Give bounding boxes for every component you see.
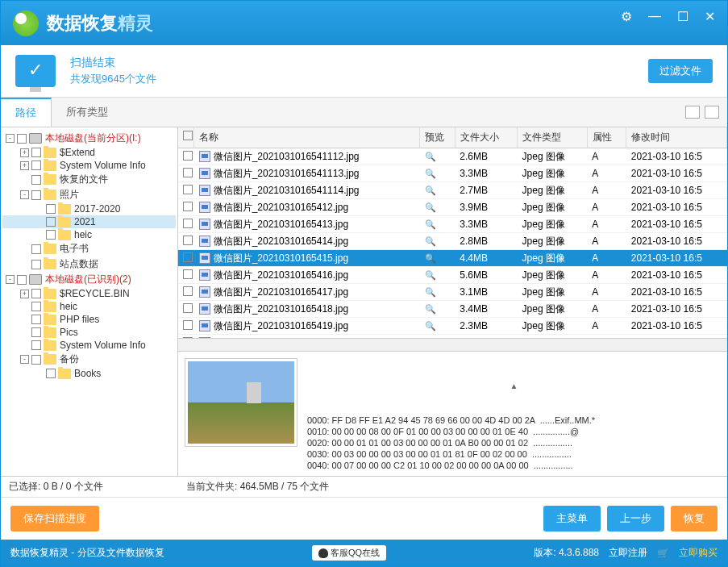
col-name[interactable]: 名称 — [194, 127, 420, 148]
expander-icon[interactable]: - — [6, 275, 15, 284]
checkbox[interactable] — [31, 355, 41, 365]
magnifier-icon[interactable]: 🔍 — [425, 152, 436, 161]
tree-node[interactable]: 恢复的文件 — [2, 172, 176, 187]
col-attr[interactable]: 属性 — [588, 127, 626, 148]
checkbox[interactable] — [183, 151, 193, 161]
expander-icon[interactable]: - — [20, 190, 29, 199]
checkbox[interactable] — [183, 303, 193, 313]
tab-all-types[interactable]: 所有类型 — [52, 98, 123, 126]
file-row[interactable]: 微信图片_2021031016541114.jpg🔍2.7MBJpeg 图像A2… — [178, 182, 727, 199]
file-row[interactable]: 微信图片_2021031016541113.jpg🔍3.3MBJpeg 图像A2… — [178, 165, 727, 182]
expander-icon[interactable]: - — [6, 134, 15, 143]
tree-node[interactable]: -备份 — [2, 352, 176, 367]
tree-node[interactable]: 2017-2020 — [2, 202, 176, 215]
file-row[interactable]: 微信图片_20210310165419.jpg🔍2.3MBJpeg 图像A202… — [178, 318, 727, 335]
filter-files-button[interactable]: 过滤文件 — [648, 59, 713, 83]
checkbox[interactable] — [17, 275, 27, 285]
tree-node[interactable]: -本地磁盘(已识别)(2) — [2, 272, 176, 287]
file-row[interactable]: 微信图片_20210310165415.jpg🔍4.4MBJpeg 图像A202… — [178, 250, 727, 267]
recover-button[interactable]: 恢复 — [671, 506, 718, 532]
register-link[interactable]: 立即注册 — [609, 546, 647, 560]
checkbox[interactable] — [183, 168, 193, 177]
magnifier-icon[interactable]: 🔍 — [425, 321, 436, 331]
buy-now-link[interactable]: 立即购买 — [679, 546, 718, 560]
main-menu-button[interactable]: 主菜单 — [543, 506, 601, 532]
checkbox[interactable] — [31, 148, 41, 157]
tree-node[interactable]: -本地磁盘(当前分区)(I:) — [2, 131, 176, 146]
tree-node[interactable]: Pics — [2, 326, 176, 339]
checkbox[interactable] — [46, 230, 56, 240]
checkbox[interactable] — [183, 320, 193, 330]
collapse-up-icon[interactable]: ▲ — [307, 381, 721, 392]
checkbox[interactable] — [46, 204, 56, 214]
expander-icon[interactable]: - — [20, 355, 29, 364]
magnifier-icon[interactable]: 🔍 — [425, 287, 436, 297]
tree-node[interactable]: heic — [2, 300, 176, 313]
checkbox[interactable] — [31, 190, 41, 200]
checkbox[interactable] — [183, 286, 193, 296]
tree-node[interactable]: PHP files — [2, 313, 176, 326]
col-type[interactable]: 文件类型 — [518, 127, 588, 148]
checkbox[interactable] — [31, 327, 41, 337]
checkbox[interactable] — [183, 219, 193, 228]
checkbox[interactable] — [31, 244, 41, 254]
checkbox[interactable] — [183, 185, 193, 194]
file-row[interactable]: 微信图片_2021031016541112.jpg🔍2.6MBJpeg 图像A2… — [178, 148, 727, 165]
col-size[interactable]: 文件大小 — [456, 127, 518, 148]
save-progress-button[interactable]: 保存扫描进度 — [10, 506, 99, 532]
tree-node[interactable]: System Volume Info — [2, 339, 176, 352]
folder-tree[interactable]: -本地磁盘(当前分区)(I:)+$Extend+System Volume In… — [1, 127, 178, 476]
checkbox[interactable] — [183, 252, 193, 262]
checkbox[interactable] — [31, 175, 41, 185]
titlebar[interactable]: 数据恢复精灵 ⚙ — ☐ ✕ — [1, 1, 727, 45]
magnifier-icon[interactable]: 🔍 — [425, 270, 436, 280]
col-check[interactable] — [178, 127, 194, 148]
tree-node[interactable]: Books — [2, 367, 176, 380]
tree-node[interactable]: +$RECYCLE.BIN — [2, 287, 176, 300]
magnifier-icon[interactable]: 🔍 — [425, 169, 436, 178]
magnifier-icon[interactable]: 🔍 — [425, 304, 436, 314]
checkbox[interactable] — [183, 202, 193, 211]
checkbox[interactable] — [46, 369, 56, 378]
expander-icon[interactable]: + — [20, 161, 29, 170]
file-list[interactable]: 微信图片_2021031016541112.jpg🔍2.6MBJpeg 图像A2… — [178, 148, 727, 338]
tree-node[interactable]: 2021 — [2, 215, 176, 228]
checkbox[interactable] — [31, 302, 41, 311]
minimize-button[interactable]: — — [648, 9, 661, 24]
view-grid-icon[interactable] — [685, 106, 700, 119]
qq-support-button[interactable]: 客服QQ在线 — [312, 545, 386, 561]
magnifier-icon[interactable]: 🔍 — [425, 236, 436, 246]
tree-node[interactable]: +$Extend — [2, 146, 176, 159]
expander-icon[interactable]: + — [20, 148, 29, 157]
col-date[interactable]: 修改时间 — [626, 127, 727, 148]
checkbox[interactable] — [31, 260, 41, 269]
checkbox[interactable] — [17, 134, 27, 144]
file-row[interactable]: 微信图片_20210310165417.jpg🔍3.1MBJpeg 图像A202… — [178, 284, 727, 301]
checkbox[interactable] — [31, 289, 41, 298]
magnifier-icon[interactable]: 🔍 — [425, 253, 436, 263]
horizontal-scrollbar[interactable] — [178, 338, 727, 351]
checkbox[interactable] — [183, 269, 193, 279]
checkbox[interactable] — [31, 315, 41, 324]
tree-node[interactable]: heic — [2, 228, 176, 241]
close-button[interactable]: ✕ — [705, 9, 715, 24]
checkbox[interactable] — [31, 161, 41, 170]
checkbox[interactable] — [183, 236, 193, 245]
tree-node[interactable]: -照片 — [2, 187, 176, 202]
settings-icon[interactable]: ⚙ — [621, 9, 632, 24]
file-row[interactable]: 微信图片_20210310165416.jpg🔍5.6MBJpeg 图像A202… — [178, 267, 727, 284]
prev-step-button[interactable]: 上一步 — [607, 506, 664, 532]
checkbox[interactable] — [46, 217, 56, 227]
tree-node[interactable]: 电子书 — [2, 241, 176, 256]
file-row[interactable]: 微信图片_20210310165413.jpg🔍3.3MBJpeg 图像A202… — [178, 216, 727, 233]
file-row[interactable]: 微信图片_20210310165418.jpg🔍3.4MBJpeg 图像A202… — [178, 301, 727, 318]
tree-node[interactable]: +System Volume Info — [2, 159, 176, 172]
file-row[interactable]: 微信图片_20210310165414.jpg🔍2.8MBJpeg 图像A202… — [178, 233, 727, 250]
expander-icon[interactable]: + — [20, 290, 29, 298]
view-list-icon[interactable] — [705, 106, 719, 119]
magnifier-icon[interactable]: 🔍 — [425, 186, 436, 195]
file-row[interactable]: 微信图片_20210310165412.jpg🔍3.9MBJpeg 图像A202… — [178, 199, 727, 216]
tab-path[interactable]: 路径 — [1, 98, 52, 127]
maximize-button[interactable]: ☐ — [677, 9, 688, 24]
magnifier-icon[interactable]: 🔍 — [425, 219, 436, 229]
